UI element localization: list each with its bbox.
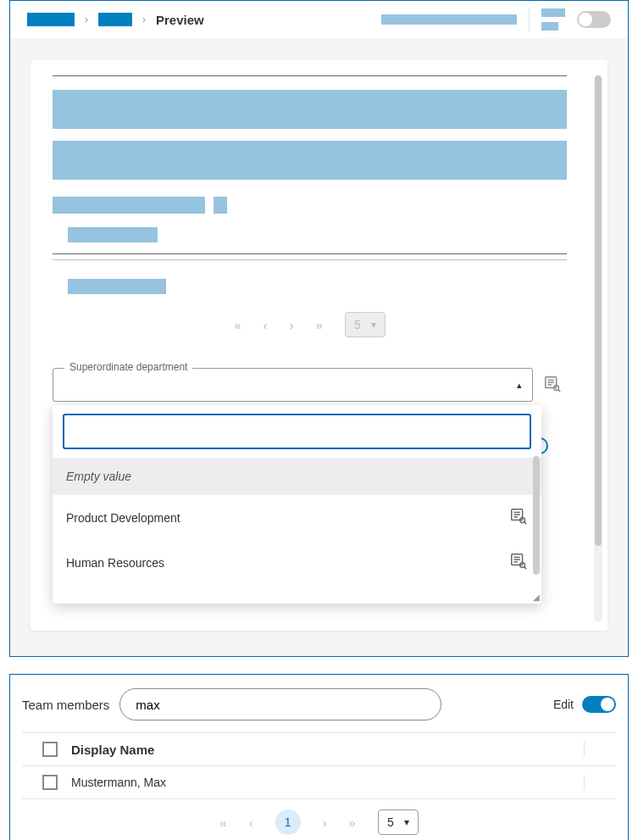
edit-toggle[interactable] — [582, 696, 616, 713]
row-checkbox[interactable] — [42, 775, 58, 790]
svg-line-5 — [558, 390, 560, 392]
dropdown-search-input[interactable] — [63, 414, 531, 449]
content-block-1 — [53, 90, 567, 129]
select-all-checkbox[interactable] — [42, 742, 58, 757]
breadcrumb-item-2[interactable] — [98, 13, 132, 26]
team-members-header: Team members Edit — [22, 688, 616, 720]
header-placeholder — [381, 14, 517, 25]
breadcrumb: › › Preview — [10, 1, 628, 38]
details-icon[interactable] — [509, 552, 528, 573]
team-members-panel: Team members Edit Display Name Musterman… — [9, 674, 629, 840]
details-icon[interactable] — [543, 375, 562, 396]
superordinate-dropdown: Empty value Product Development Human Re… — [53, 405, 541, 604]
chevron-right-icon: › — [85, 14, 88, 25]
dropdown-option-product-development[interactable]: Product Development — [53, 495, 541, 540]
first-page-icon[interactable]: « — [234, 318, 241, 332]
content-block-2 — [53, 141, 567, 180]
preview-toggle[interactable] — [577, 11, 611, 28]
pagination-lower: « ‹ 1 › » 5 ▾ — [22, 799, 616, 840]
dropdown-option-empty[interactable]: Empty value — [53, 458, 541, 495]
list-row-1 — [53, 222, 567, 254]
table-header-row: Display Name — [22, 732, 616, 766]
section-heading-placeholder — [53, 197, 567, 214]
option-label: Product Development — [66, 511, 180, 525]
svg-line-11 — [524, 522, 526, 524]
chevron-down-icon: ▾ — [371, 319, 376, 331]
page-number[interactable]: 1 — [275, 809, 301, 835]
divider — [53, 75, 567, 76]
team-search-input[interactable] — [136, 698, 425, 712]
pagination-upper: « ‹ › » 5 ▾ — [53, 302, 567, 353]
field-label: Superordinate department — [64, 361, 192, 373]
header-stacked-placeholder — [541, 8, 565, 31]
prev-page-icon[interactable]: ‹ — [249, 815, 253, 830]
column-display-name[interactable]: Display Name — [71, 743, 584, 757]
caret-up-icon: ▴ — [517, 380, 522, 391]
cell-display-name: Mustermann, Max — [71, 776, 584, 789]
page-size-select[interactable]: 5 ▾ — [345, 312, 386, 337]
chevron-down-icon: ▾ — [404, 816, 409, 828]
dropdown-option-human-resources[interactable]: Human Resources — [53, 540, 541, 585]
prev-page-icon[interactable]: ‹ — [264, 318, 268, 332]
preview-panel: › › Preview — [9, 0, 629, 657]
team-members-title: Team members — [22, 698, 109, 712]
edit-label: Edit — [553, 698, 574, 711]
next-page-icon[interactable]: › — [290, 318, 294, 332]
page-size-value: 5 — [354, 318, 361, 331]
form-card: « ‹ › » 5 ▾ Superordinate department ▴ — [31, 60, 607, 631]
option-label: Human Resources — [66, 556, 164, 570]
last-page-icon[interactable]: » — [316, 318, 323, 332]
option-label: Empty value — [66, 470, 131, 483]
resize-handle-icon[interactable]: ◢ — [533, 592, 540, 602]
team-search[interactable] — [119, 688, 441, 720]
page-size-value: 5 — [387, 815, 394, 829]
breadcrumb-current: Preview — [156, 13, 204, 27]
divider — [53, 259, 567, 260]
team-table: Display Name Mustermann, Max — [22, 732, 616, 799]
content-area: « ‹ › » 5 ▾ Superordinate department ▴ — [10, 38, 628, 656]
table-row[interactable]: Mustermann, Max — [22, 766, 616, 799]
next-page-icon[interactable]: › — [323, 815, 327, 830]
scrollbar[interactable] — [594, 75, 602, 622]
details-icon[interactable] — [509, 507, 528, 528]
superordinate-department-select[interactable]: ▴ — [53, 368, 533, 402]
superordinate-department-field: Superordinate department ▴ Empty value — [53, 368, 533, 402]
divider — [529, 8, 530, 31]
breadcrumb-item-1[interactable] — [27, 13, 75, 26]
svg-line-17 — [524, 567, 526, 569]
list-row-2 — [53, 274, 567, 302]
page-size-select[interactable]: 5 ▾ — [378, 809, 419, 835]
first-page-icon[interactable]: « — [219, 815, 226, 830]
last-page-icon[interactable]: » — [349, 815, 356, 830]
chevron-right-icon: › — [142, 14, 146, 25]
dropdown-scrollbar[interactable] — [533, 456, 540, 575]
